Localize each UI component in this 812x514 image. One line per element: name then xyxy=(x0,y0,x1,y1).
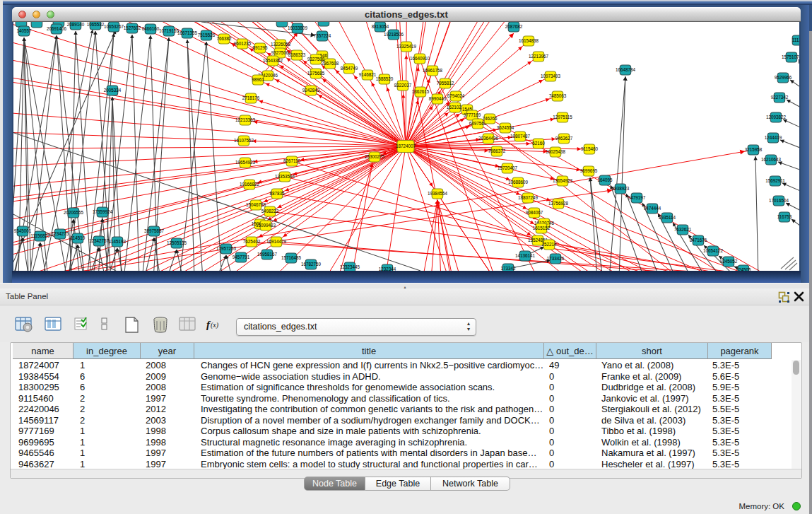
svg-text:17957253: 17957253 xyxy=(216,246,237,251)
svg-text:8267110: 8267110 xyxy=(283,158,301,163)
svg-text:25300275: 25300275 xyxy=(365,154,385,159)
svg-text:19654923: 19654923 xyxy=(235,160,256,165)
svg-text:8186323: 8186323 xyxy=(288,52,306,57)
svg-text:20691406: 20691406 xyxy=(47,26,67,31)
svg-text:16033809: 16033809 xyxy=(288,25,308,30)
svg-text:887835: 887835 xyxy=(269,191,285,196)
svg-text:746266: 746266 xyxy=(482,116,498,121)
svg-text:2005334: 2005334 xyxy=(104,88,122,93)
svg-text:18724007: 18724007 xyxy=(396,144,416,148)
svg-text:7357224: 7357224 xyxy=(314,33,331,38)
svg-text:6479197: 6479197 xyxy=(628,195,646,200)
svg-text:1065532: 1065532 xyxy=(87,22,105,27)
svg-text:19958167: 19958167 xyxy=(257,252,278,257)
svg-text:8813054: 8813054 xyxy=(372,24,389,29)
svg-text:9474444: 9474444 xyxy=(644,206,661,211)
svg-text:12213967: 12213967 xyxy=(529,54,549,59)
svg-text:39975887: 39975887 xyxy=(144,228,165,233)
svg-text:11156829: 11156829 xyxy=(30,233,50,238)
svg-text:2089140: 2089140 xyxy=(67,22,85,27)
svg-text:9227342: 9227342 xyxy=(771,95,789,100)
svg-text:17359924: 17359924 xyxy=(93,209,113,214)
svg-text:12342757: 12342757 xyxy=(89,238,110,243)
svg-text:(x): (x) xyxy=(211,321,219,329)
svg-text:1527602: 1527602 xyxy=(124,25,141,30)
svg-text:16640910: 16640910 xyxy=(410,56,430,61)
svg-text:9463627: 9463627 xyxy=(555,136,573,141)
svg-text:7625402: 7625402 xyxy=(243,239,261,244)
svg-text:10807487: 10807487 xyxy=(510,134,531,139)
svg-text:16543362: 16543362 xyxy=(263,58,283,63)
svg-text:9242843: 9242843 xyxy=(302,88,320,93)
svg-text:62160: 62160 xyxy=(532,141,545,146)
svg-text:16154838: 16154838 xyxy=(519,38,539,43)
svg-text:13325419: 13325419 xyxy=(396,44,417,49)
svg-text:2367608: 2367608 xyxy=(322,61,339,66)
svg-text:9699695: 9699695 xyxy=(580,168,598,173)
svg-text:9345001: 9345001 xyxy=(14,228,32,233)
svg-text:15099483: 15099483 xyxy=(256,223,276,228)
svg-text:2935114: 2935114 xyxy=(659,215,676,220)
svg-text:10719155: 10719155 xyxy=(159,28,180,33)
svg-text:8322037: 8322037 xyxy=(394,83,412,88)
svg-text:173342: 173342 xyxy=(500,266,516,271)
svg-text:9529966: 9529966 xyxy=(775,75,792,80)
svg-text:252214: 252214 xyxy=(541,242,557,247)
svg-text:9115460: 9115460 xyxy=(581,146,599,151)
svg-text:15716485: 15716485 xyxy=(281,255,302,260)
svg-text:16782759: 16782759 xyxy=(301,262,322,267)
svg-text:10688609: 10688609 xyxy=(508,180,529,185)
svg-text:16210643: 16210643 xyxy=(761,157,782,162)
svg-text:15720407: 15720407 xyxy=(498,165,518,170)
svg-text:12975115: 12975115 xyxy=(553,115,572,119)
svg-text:15692911: 15692911 xyxy=(765,178,785,183)
svg-text:7515526: 7515526 xyxy=(198,33,216,37)
svg-text:12093822: 12093822 xyxy=(766,115,787,119)
svg-text:2087682: 2087682 xyxy=(505,24,523,29)
svg-text:9327506: 9327506 xyxy=(271,50,289,55)
svg-text:10653267: 10653267 xyxy=(104,24,124,29)
svg-text:12213363: 12213363 xyxy=(235,117,256,122)
svg-text:2718176: 2718176 xyxy=(242,95,260,100)
svg-text:1375685: 1375685 xyxy=(307,71,325,76)
svg-text:3215958: 3215958 xyxy=(745,147,763,152)
svg-text:8471676: 8471676 xyxy=(690,238,707,243)
svg-text:7632621: 7632621 xyxy=(674,227,692,232)
svg-text:3624554: 3624554 xyxy=(497,125,514,130)
svg-text:9084067: 9084067 xyxy=(526,210,543,215)
svg-text:6466160: 6466160 xyxy=(142,26,160,31)
svg-text:1145193: 1145193 xyxy=(109,239,126,244)
svg-text:116753: 116753 xyxy=(777,214,792,219)
svg-text:9146821: 9146821 xyxy=(359,72,377,77)
svg-text:1234275: 1234275 xyxy=(52,231,69,236)
svg-text:1733426: 1733426 xyxy=(547,256,565,261)
svg-text:16961758: 16961758 xyxy=(423,68,443,73)
svg-text:16648784: 16648784 xyxy=(616,67,636,72)
svg-text:13756928: 13756928 xyxy=(548,201,569,206)
svg-text:16914479: 16914479 xyxy=(266,239,287,244)
svg-text:12323445: 12323445 xyxy=(340,264,360,269)
svg-text:7955812: 7955812 xyxy=(437,81,454,86)
svg-text:16107552: 16107552 xyxy=(234,138,254,143)
svg-text:13654923: 13654923 xyxy=(553,178,573,183)
svg-text:15046788: 15046788 xyxy=(246,202,266,207)
svg-text:98961: 98961 xyxy=(252,77,264,82)
svg-text:19218506: 19218506 xyxy=(384,32,404,37)
svg-text:20206555: 20206555 xyxy=(64,210,84,215)
svg-text:8990443: 8990443 xyxy=(429,96,447,101)
svg-text:164095: 164095 xyxy=(597,177,613,182)
svg-text:13353594: 13353594 xyxy=(275,174,295,179)
svg-text:14136141: 14136141 xyxy=(515,253,536,258)
svg-text:7485063: 7485063 xyxy=(549,93,567,98)
svg-text:766382: 766382 xyxy=(216,36,232,41)
svg-text:9777169: 9777169 xyxy=(464,112,481,117)
svg-text:1588520: 1588520 xyxy=(376,76,394,81)
svg-text:5498222: 5498222 xyxy=(261,209,279,214)
svg-text:1615152: 1615152 xyxy=(533,226,551,230)
svg-text:9457791: 9457791 xyxy=(233,255,250,259)
svg-text:15751074: 15751074 xyxy=(782,54,801,59)
svg-text:8454749: 8454749 xyxy=(341,66,358,71)
svg-text:114519: 114519 xyxy=(71,235,86,240)
svg-text:18807249: 18807249 xyxy=(518,195,539,200)
svg-text:1362615: 1362615 xyxy=(412,89,430,94)
